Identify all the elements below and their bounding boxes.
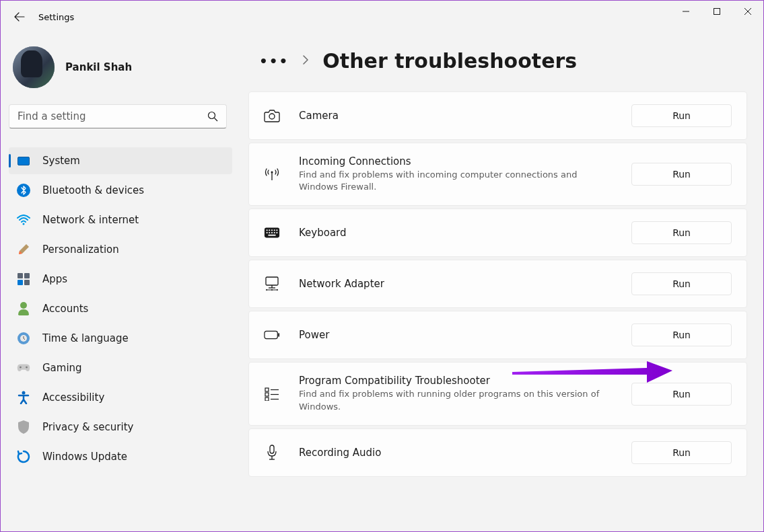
wifi-icon xyxy=(17,213,30,227)
svg-point-11 xyxy=(20,367,22,369)
nav-list: System Bluetooth & devices Network & int… xyxy=(1,147,235,470)
svg-point-14 xyxy=(269,114,275,119)
main-content: ••• Other troubleshooters Camera Run Inc… xyxy=(243,33,763,531)
bluetooth-icon xyxy=(17,184,30,197)
avatar xyxy=(13,46,55,88)
run-button[interactable]: Run xyxy=(631,104,732,127)
nav-item-accessibility[interactable]: Accessibility xyxy=(9,384,232,411)
search-input[interactable] xyxy=(18,110,207,122)
troubleshooter-card-network-adapter: Network Adapter Run xyxy=(248,260,747,308)
nav-label: Accounts xyxy=(42,303,88,315)
maximize-icon xyxy=(714,8,720,15)
accessibility-icon xyxy=(17,391,30,404)
nav-label: Windows Update xyxy=(42,451,127,463)
run-button[interactable]: Run xyxy=(631,272,732,295)
troubleshooter-card-keyboard: Keyboard Run xyxy=(248,208,747,257)
run-button[interactable]: Run xyxy=(631,163,732,186)
nav-label: Accessibility xyxy=(42,391,104,404)
chevron-right-icon xyxy=(302,54,309,67)
svg-rect-25 xyxy=(271,232,273,233)
window-minimize-button[interactable] xyxy=(670,1,701,22)
troubleshooter-card-incoming-connections: Incoming Connections Find and fix proble… xyxy=(248,143,747,206)
run-button[interactable]: Run xyxy=(631,221,732,244)
clock-globe-icon xyxy=(17,332,30,345)
nav-item-system[interactable]: System xyxy=(9,147,232,174)
nav-item-gaming[interactable]: Gaming xyxy=(9,354,232,381)
nav-item-bluetooth[interactable]: Bluetooth & devices xyxy=(9,177,232,204)
card-title: Network Adapter xyxy=(299,278,613,290)
nav-item-accounts[interactable]: Accounts xyxy=(9,295,232,322)
paintbrush-icon xyxy=(17,243,30,256)
run-button[interactable]: Run xyxy=(631,441,732,464)
card-title: Recording Audio xyxy=(299,447,613,459)
svg-rect-7 xyxy=(18,280,23,285)
svg-rect-40 xyxy=(265,393,269,396)
close-icon xyxy=(744,8,751,15)
breadcrumb-ellipsis[interactable]: ••• xyxy=(259,54,289,68)
nav-item-network[interactable]: Network & internet xyxy=(9,206,232,233)
nav-item-personalization[interactable]: Personalization xyxy=(9,236,232,263)
svg-rect-42 xyxy=(265,397,269,401)
update-icon xyxy=(17,450,30,463)
svg-point-2 xyxy=(209,112,215,119)
nav-item-windows-update[interactable]: Windows Update xyxy=(9,443,232,470)
gamepad-icon xyxy=(17,361,30,375)
card-description: Find and fix problems with incoming comp… xyxy=(299,169,613,193)
card-title: Power xyxy=(299,329,613,341)
title-bar: Settings xyxy=(1,1,763,33)
svg-rect-18 xyxy=(267,230,268,231)
svg-rect-6 xyxy=(24,273,30,278)
minimize-icon xyxy=(683,8,689,15)
svg-rect-24 xyxy=(269,232,270,233)
svg-rect-23 xyxy=(267,232,268,233)
nav-item-privacy[interactable]: Privacy & security xyxy=(9,414,232,441)
shield-icon xyxy=(17,420,30,434)
svg-rect-27 xyxy=(276,232,277,233)
nav-label: System xyxy=(42,155,80,167)
troubleshooter-card-program-compatibility: Program Compatibility Troubleshooter Fin… xyxy=(248,362,747,425)
back-arrow-icon xyxy=(14,11,25,22)
svg-rect-26 xyxy=(274,232,275,233)
user-profile[interactable]: Pankil Shah xyxy=(1,33,235,104)
svg-rect-36 xyxy=(265,332,277,339)
svg-point-12 xyxy=(26,367,28,369)
troubleshooter-card-recording-audio: Recording Audio Run xyxy=(248,428,747,477)
svg-rect-20 xyxy=(271,230,273,231)
app-title: Settings xyxy=(38,12,74,22)
keyboard-icon xyxy=(264,225,280,241)
microphone-icon xyxy=(264,445,280,461)
nav-label: Bluetooth & devices xyxy=(42,184,144,196)
svg-rect-44 xyxy=(270,445,274,453)
svg-line-3 xyxy=(215,118,218,122)
search-box[interactable] xyxy=(9,104,227,128)
window-close-button[interactable] xyxy=(732,1,763,22)
svg-rect-5 xyxy=(18,273,23,278)
system-icon xyxy=(17,154,30,167)
svg-rect-29 xyxy=(266,277,278,285)
troubleshooter-card-power: Power Run xyxy=(248,311,747,359)
user-name: Pankil Shah xyxy=(65,61,132,73)
window-maximize-button[interactable] xyxy=(701,1,732,22)
svg-rect-8 xyxy=(24,280,30,285)
checklist-icon xyxy=(264,386,280,402)
card-description: Find and fix problems with running older… xyxy=(299,388,613,412)
svg-rect-21 xyxy=(274,230,275,231)
nav-label: Gaming xyxy=(42,362,82,374)
card-title: Program Compatibility Troubleshooter xyxy=(299,375,613,387)
person-icon xyxy=(17,302,30,315)
antenna-icon xyxy=(264,166,280,182)
nav-item-time-language[interactable]: Time & language xyxy=(9,325,232,352)
nav-label: Privacy & security xyxy=(42,421,133,433)
nav-item-apps[interactable]: Apps xyxy=(9,266,232,293)
apps-icon xyxy=(17,272,30,286)
card-title: Camera xyxy=(299,110,613,122)
run-button[interactable]: Run xyxy=(631,383,732,406)
svg-rect-1 xyxy=(714,9,720,15)
nav-label: Personalization xyxy=(42,243,119,256)
svg-rect-28 xyxy=(268,235,275,236)
back-button[interactable] xyxy=(6,3,33,30)
svg-rect-19 xyxy=(269,230,270,231)
svg-rect-37 xyxy=(278,334,279,338)
run-button[interactable]: Run xyxy=(631,324,732,346)
nav-label: Network & internet xyxy=(42,214,139,226)
